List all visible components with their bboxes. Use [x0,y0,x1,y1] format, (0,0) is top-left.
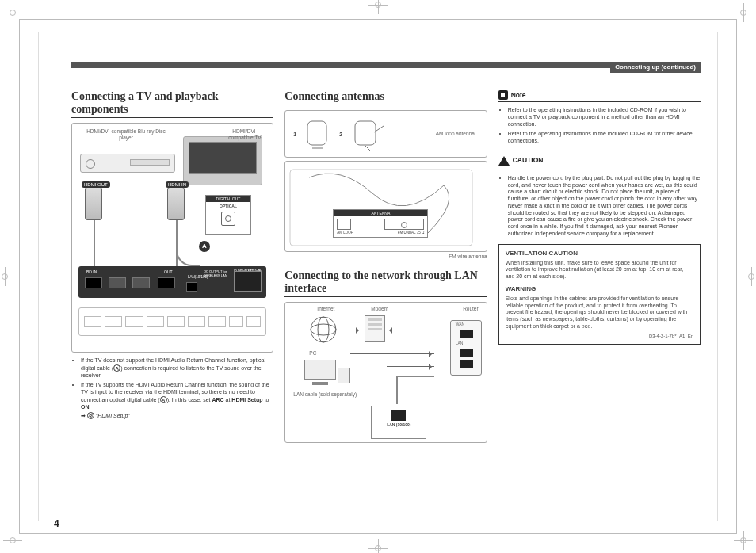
tv-screen-icon [189,142,257,174]
cable-curve-icon [176,242,200,266]
header-tab: Connecting up (continued) [610,62,701,73]
globe-icon [309,315,338,344]
router-port-icon [460,349,473,357]
note-text: to [263,397,269,402]
arc-label: ARC [212,397,223,402]
lan-label: LAN [456,341,464,346]
pc-icon [304,360,349,387]
note-text: ). In this case, set [167,397,212,402]
hdmi-connector-icon [167,187,185,220]
ventilation-box: VENTILATION CAUTION When installing this… [498,244,701,345]
heading-antennas: Connecting antennas [284,90,487,105]
doc-code: D3-4-2-1-7b*_A1_En [506,334,693,340]
antenna-steps-diagram: 1 2 AM loop antenna [284,110,487,158]
hdmi-port-icon [85,277,102,288]
pc-label: PC [309,350,316,356]
tv-notes-list: If the TV does not support the HDMI Audi… [71,357,273,420]
lan-port-icon [391,410,406,421]
column-1: Connecting a TV and playback components … [71,90,273,443]
ventilation-body: When installing this unit, make sure to … [506,260,693,280]
column-3: Note Refer to the operating instructions… [498,90,701,443]
heading-lan: Connecting to the network through LAN in… [284,269,487,297]
caution-icon [498,151,510,166]
heading-connect-tv: Connecting a TV and playback components [71,90,273,118]
tv-label: HDMI/DVI-compatible TV [221,128,269,140]
note-text: . [90,404,91,410]
modem-label: Modem [371,306,388,311]
router-port-icon [460,360,473,368]
receiver-backpanel-dark: BD IN OUT LAN(10/100) DC OUTPUT for WIRE… [78,266,266,298]
note-list: Refer to the operating instructions in t… [498,107,701,145]
tv-icon [183,136,262,185]
list-item: If the TV supports the HDMI Audio Return… [81,382,273,420]
svg-point-4 [311,324,336,335]
svg-rect-0 [307,121,326,145]
receiver-backpanel-light [78,307,266,336]
am-loop-port-label: AM LOOP [337,231,353,235]
list-item: Refer to the operating instructions in t… [508,107,701,128]
note-heading: Note [498,90,701,102]
receiver-lan-label: LAN (10/100) [372,422,426,427]
crop-mark [0,267,14,286]
optical-label: OPTICAL [206,204,250,208]
hdmi-port-icon [158,277,175,288]
header-rule: Connecting up (continued) [71,62,701,68]
hdmi-connector-icon [85,187,102,220]
digital-out-label: DIGITAL OUT [206,196,250,202]
optical-label-panel: OPTICAL [248,268,262,272]
lan-port-icon [186,282,197,292]
hdmi-in-label: HDMI IN [166,181,189,188]
am-loop-step1-icon [304,116,331,151]
hdmi-port-icon [132,277,150,288]
crop-mark [368,0,388,14]
cable-icon [396,376,398,404]
digital-out-box: DIGITAL OUT OPTICAL [205,195,251,235]
crop-mark [742,267,756,286]
page-content: Connecting up (continued) Connecting a T… [71,62,701,513]
fm-terminal-icon [384,219,424,230]
list-item: Refer to the operating instructions in t… [508,131,701,145]
lan-connection-diagram: Internet Modem Router PC WA [284,302,487,443]
cable-icon [94,220,95,266]
internet-label: Internet [317,306,334,311]
note-heading-text: Note [511,91,526,99]
hdmi-setup-ref: “HDMI Setup” [96,413,130,418]
am-loop-step2-icon [350,116,385,151]
disc-tray-icon [86,159,95,169]
note-text: at [224,397,232,402]
page-number: 4 [54,518,59,529]
badge-a-inline: A [113,364,120,372]
player-panel-icon [130,159,170,166]
column-2: Connecting antennas 1 2 AM loop antenna … [284,90,487,443]
svg-point-5 [318,317,329,342]
tv-connection-diagram: HDMI/DVI-compatible Blu-ray Disc player … [71,123,273,353]
svg-rect-1 [355,121,376,145]
warning-body: Slots and openings in the cabinet are pr… [506,296,693,330]
step-2: 2 [339,132,342,137]
hdmi-out-label: HDMI OUT [82,181,110,188]
step-1: 1 [293,132,296,137]
crop-mark [368,539,388,553]
arrow-icon [338,330,361,330]
bdin-label: BD IN [86,269,97,274]
caution-heading-text: CAUTION [513,156,544,164]
bluray-label: HDMI/DVI-compatible Blu-ray Disc player [86,128,166,140]
caution-heading: CAUTION [498,153,701,170]
badge-a-inline: A [160,396,167,403]
cable-icon [396,376,434,377]
am-terminal-icon [337,219,351,230]
router-icon: WAN LAN [450,320,482,376]
antenna-wires-icon [285,162,486,251]
bluray-player-icon [80,154,175,173]
fm-port-label: FM UNBAL 75 Ω [398,231,424,235]
arrow-icon [350,353,434,354]
dcout-label: DC OUTPUT for WIRELESS LAN [204,269,235,277]
antenna-connection-diagram: ANTENNA AM LOOP FM UNBAL 75 Ω [284,161,487,252]
svg-point-3 [311,317,336,342]
on-label: ON [81,404,90,410]
badge-a: A [199,241,210,252]
antenna-title: ANTENNA [334,210,427,216]
modem-icon [365,315,385,342]
wan-label: WAN [456,322,464,327]
note-icon [498,90,508,100]
